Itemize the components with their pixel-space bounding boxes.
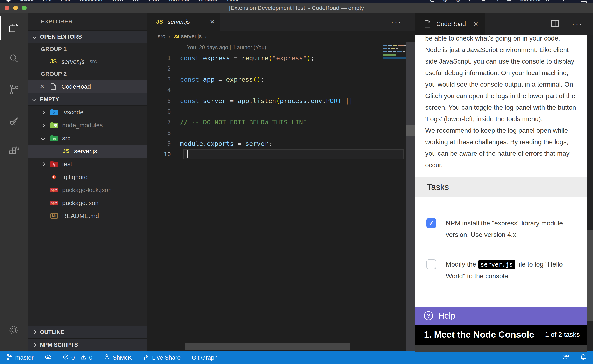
task-checkbox-unchecked[interactable] [426, 259, 436, 269]
status-item-git-branch[interactable]: master [6, 354, 33, 362]
control-center-icon[interactable] [581, 0, 587, 3]
lesson-page-bar[interactable]: 1. Meet the Node Console 1 of 2 tasks [415, 325, 587, 345]
battery-icon[interactable]: ▭ [507, 0, 512, 2]
open-editor-item-server-js[interactable]: JSserver.jssrc [28, 55, 147, 68]
webview-scrollbar-thumb[interactable] [587, 230, 593, 321]
horizontal-scrollbar-thumb[interactable] [185, 343, 350, 351]
open-editors-group-label: GROUP 1 [28, 43, 147, 55]
activity-run-debug-icon[interactable] [0, 105, 28, 136]
tree-item--gitignore[interactable]: .gitignore [28, 170, 147, 183]
tab-server-js[interactable]: JS server.js ✕ [147, 13, 220, 31]
spotlight-icon[interactable] [559, 0, 564, 3]
help-bar[interactable]: ? Help [415, 307, 587, 325]
task-item-1: ✓NPM install the "express" library modul… [415, 217, 593, 240]
status-item-publish-changes[interactable] [45, 354, 51, 362]
tree-item-server-js[interactable]: JSserver.js [28, 145, 147, 157]
folder-section-header[interactable]: EMPTY [28, 93, 147, 106]
location-icon[interactable]: ➤ [468, 0, 473, 2]
sidebar-title: EXPLORER [28, 13, 147, 30]
code-line-1[interactable]: 1const express = require("express"); [147, 53, 415, 63]
window-icon[interactable]: ▢ [430, 0, 435, 2]
tree-item-package-lock-json[interactable]: npmpackage-lock.json [28, 183, 147, 196]
menu-item-window[interactable]: Window [198, 0, 218, 2]
menu-bar-clock[interactable]: Sat 9:43 PM [520, 0, 551, 2]
git-blame-lens[interactable]: You, 20 days ago | 1 author (You) [147, 42, 415, 53]
menu-item-run[interactable]: Run [149, 0, 159, 2]
code-line-7[interactable]: 7// -- DO NOT EDIT BELOW THIS LINE [147, 117, 415, 128]
webview-tab-bar: CodeRoad ✕ ··· [415, 13, 593, 35]
svg-text:✕: ✕ [53, 111, 56, 115]
status-feedback-icon[interactable] [562, 353, 569, 362]
tree-item-test[interactable]: test [28, 157, 147, 170]
tree-item-package-json[interactable]: npmpackage.json [28, 196, 147, 209]
menu-item-edit[interactable]: Edit [61, 0, 70, 2]
close-tab-icon[interactable]: ✕ [473, 20, 478, 27]
pencil-icon[interactable]: ✎ [494, 0, 499, 2]
code-editor[interactable]: You, 20 days ago | 1 author (You) 1const… [147, 42, 415, 351]
tab-coderoad[interactable]: CodeRoad ✕ [415, 13, 485, 35]
panel-scrollbar-thumb[interactable] [406, 125, 415, 136]
explorer-icon [8, 22, 20, 34]
menu-item-terminal[interactable]: Terminal [168, 0, 189, 2]
editor-more-actions-button[interactable]: ··· [391, 17, 402, 26]
sidebar-section-outline[interactable]: OUTLINE [28, 326, 147, 338]
breadcrumb-item[interactable]: src [158, 33, 165, 40]
document-icon [423, 20, 432, 27]
tree-item-label: .vscode [62, 109, 83, 116]
menu-item-help[interactable]: Help [227, 0, 239, 2]
tree-item-readme-md[interactable]: M↓README.md [28, 209, 147, 222]
tree-item--vscode[interactable]: ✕.vscode [28, 106, 147, 119]
tree-item-src[interactable]: </>src [28, 132, 147, 145]
code-line-5[interactable]: 5const server = app.listen(process.env.P… [147, 95, 415, 106]
webview-scrollbar-track[interactable] [587, 35, 593, 351]
open-editor-item-coderoad[interactable]: ✕CodeRoad [28, 80, 147, 93]
eject-icon[interactable]: ▲ [481, 0, 486, 2]
line-number: 6 [147, 108, 178, 115]
split-editor-icon[interactable] [551, 20, 559, 27]
activity-source-control-icon[interactable] [0, 74, 28, 105]
menu-item-file[interactable]: File [43, 0, 52, 2]
code-line-8[interactable]: 8 [147, 128, 415, 138]
window-title-bar[interactable]: [Extension Development Host] - CodeRoad … [0, 3, 593, 13]
close-editor-icon[interactable]: ✕ [40, 83, 45, 90]
apple-menu-icon[interactable] [6, 0, 11, 2]
breadcrumb-item[interactable]: ... [210, 33, 214, 40]
status-item-git-graph[interactable]: Git Graph [192, 354, 218, 361]
code-line-9[interactable]: 9module.exports = server; [147, 138, 415, 149]
minimap[interactable] [383, 45, 406, 60]
text-cursor [187, 150, 187, 158]
status-item-live-share[interactable]: Live Share [143, 354, 180, 362]
activity-search-icon[interactable] [0, 44, 28, 74]
zoom-window-button[interactable] [22, 6, 27, 10]
menu-item-view[interactable]: View [111, 0, 123, 2]
code-line-2[interactable]: 2 [147, 63, 415, 74]
line-number: 4 [147, 87, 178, 94]
menu-item-code[interactable]: Code [20, 0, 34, 2]
activity-settings-gear-icon[interactable] [0, 315, 28, 346]
status-item-account[interactable]: ShMcK [104, 354, 132, 362]
sidebar-section-npm-scripts[interactable]: NPM SCRIPTS [28, 338, 147, 351]
code-line-3[interactable]: 3const app = express(); [147, 74, 415, 85]
menu-item-go[interactable]: Go [132, 0, 140, 2]
open-editors-header[interactable]: OPEN EDITORS [28, 30, 147, 43]
shield-icon[interactable]: ◍ [443, 0, 447, 2]
tree-item-label: src [62, 135, 70, 142]
activity-explorer-icon[interactable] [0, 13, 28, 44]
close-window-button[interactable] [5, 6, 9, 10]
code-line-10[interactable]: 10 [147, 149, 415, 160]
code-line-4[interactable]: 4 [147, 85, 415, 95]
status-notifications-bell-icon[interactable] [580, 353, 587, 362]
circle-icon[interactable]: ◎ [456, 0, 460, 2]
activity-extensions-icon[interactable] [0, 136, 28, 167]
breadcrumb-item[interactable]: JSserver.js [173, 33, 202, 40]
minimize-window-button[interactable] [13, 6, 18, 10]
code-line-6[interactable]: 6 [147, 106, 415, 117]
tree-item-node-modules[interactable]: JSnode_modules [28, 119, 147, 132]
task-checkbox-checked[interactable]: ✓ [426, 218, 436, 228]
menu-item-selection[interactable]: Selection [80, 0, 102, 2]
editor-tab-bar: JS server.js ✕ ··· [147, 13, 415, 31]
status-item-problems[interactable]: 00 [62, 354, 93, 362]
webview-more-actions-button[interactable]: ··· [572, 19, 583, 29]
close-tab-icon[interactable]: ✕ [210, 18, 215, 26]
panel-scrollbar-track[interactable] [406, 42, 415, 351]
